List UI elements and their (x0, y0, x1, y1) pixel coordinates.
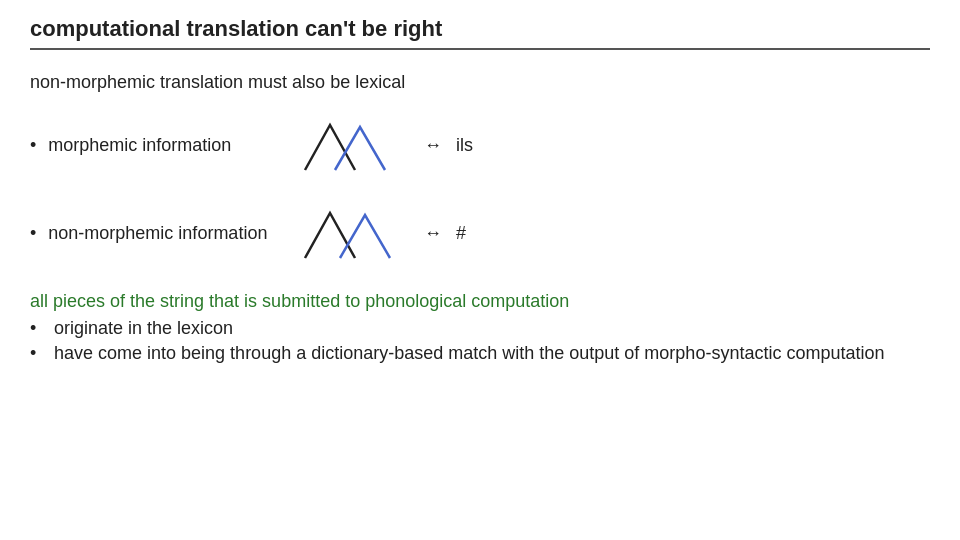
bottom-dot-2: • (30, 343, 52, 364)
subtitle: non-morphemic translation must also be l… (30, 72, 930, 93)
bullet-row-2: • non-morphemic information ↔ # (30, 203, 930, 263)
diagram-2: ↔ # (300, 203, 466, 263)
bottom-dot-1: • (30, 318, 52, 339)
page-title: computational translation can't be right (30, 16, 930, 42)
title-divider (30, 48, 930, 50)
bottom-bullet-text-2: have come into being through a dictionar… (54, 343, 884, 364)
bullet-dot-2: • (30, 223, 36, 244)
bullet-text-2: non-morphemic information (48, 223, 267, 244)
bullet-row-1: • morphemic information ↔ ils (30, 115, 930, 175)
bottom-section: all pieces of the string that is submitt… (30, 291, 930, 364)
bullet-label-2: • non-morphemic information (30, 223, 290, 244)
bullet-dot-1: • (30, 135, 36, 156)
shape-icon-2 (300, 203, 410, 263)
bottom-bullet-text-1: originate in the lexicon (54, 318, 233, 339)
shape-icon-1 (300, 115, 410, 175)
diagram-1: ↔ ils (300, 115, 473, 175)
bottom-bullet-2: • have come into being through a diction… (30, 343, 930, 364)
result-1: ils (456, 135, 473, 156)
green-statement: all pieces of the string that is submitt… (30, 291, 930, 312)
bottom-bullet-1: • originate in the lexicon (30, 318, 930, 339)
arrow-1: ↔ (424, 135, 442, 156)
arrow-2: ↔ (424, 223, 442, 244)
result-2: # (456, 223, 466, 244)
bullet-label-1: • morphemic information (30, 135, 290, 156)
page: computational translation can't be right… (0, 0, 960, 388)
bullet-text-1: morphemic information (48, 135, 231, 156)
